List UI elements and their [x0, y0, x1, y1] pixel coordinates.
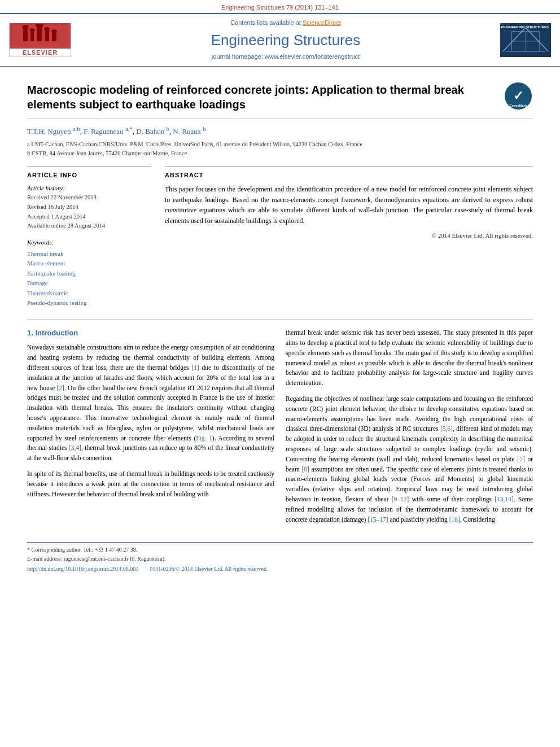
issn-text: 0141-0296/© 2014 Elsevier Ltd. All right… [150, 565, 268, 573]
homepage-link[interactable]: journal homepage: www.elsevier.com/locat… [71, 53, 500, 61]
eng-structures-logo-text: ENGINEERING STRUCTURES [501, 25, 549, 29]
citation-bar: Engineering Structures 79 (2014) 131–141 [0, 0, 560, 13]
keyword-5[interactable]: Thermodynamic [27, 289, 151, 299]
main-body: 1. Introduction Nowadays sustainable con… [27, 320, 533, 530]
body-col-right: thermal break under seismic risk has nev… [286, 328, 533, 530]
introduction-heading: 1. Introduction [27, 328, 274, 338]
crossmark-badge[interactable]: ✓ CrossMark [505, 82, 533, 111]
article-container: Macroscopic modeling of reinforced concr… [0, 67, 560, 542]
abstract-text: This paper focuses on the development an… [165, 184, 533, 226]
footnote-email: E-mail address: raguenea@lmt.ens-cachan.… [27, 555, 533, 563]
crossmark-icon: ✓ CrossMark [505, 82, 532, 110]
citation-text: Engineering Structures 79 (2014) 131–141 [221, 4, 339, 11]
keyword-2[interactable]: Macro-element [27, 259, 151, 269]
article-title: Macroscopic modeling of reinforced concr… [27, 82, 505, 112]
keyword-1[interactable]: Thermal break [27, 249, 151, 259]
abstract-label: ABSTRACT [165, 171, 533, 180]
svg-point-6 [29, 28, 35, 32]
authors: T.T.H. Nguyen a,b, F. Ragueneau a,*, D. … [27, 125, 533, 137]
revised-date: Revised 16 July 2014 [27, 203, 151, 212]
elsevier-logo-top [10, 23, 71, 49]
history-label: Article history: [27, 184, 151, 193]
accepted-date: Accepted 1 August 2014 [27, 213, 151, 221]
intro-paragraph-3: thermal break under seismic risk has nev… [286, 328, 533, 388]
keywords-label: Keywords: [27, 238, 151, 247]
journal-center: Contents lists available at ScienceDirec… [71, 19, 500, 61]
intro-paragraph-1: Nowadays sustainable constructions aim t… [27, 343, 274, 464]
footnote-corresponding-author: * Corresponding author. Tel.: +33 1 47 4… [27, 546, 533, 554]
keyword-6[interactable]: Pseudo-dynamic testing [27, 298, 151, 308]
available-date: Available online 28 August 2014 [27, 222, 151, 230]
keyword-4[interactable]: Damage [27, 278, 151, 289]
article-info-abstract: ARTICLE INFO Article history: Received 2… [27, 166, 533, 308]
svg-rect-3 [45, 29, 49, 41]
elsevier-name: ELSEVIER [23, 49, 58, 57]
sciencedirect-link[interactable]: Contents lists available at ScienceDirec… [71, 19, 500, 27]
svg-point-5 [22, 25, 29, 29]
eng-structures-logo: ENGINEERING STRUCTURES [500, 23, 551, 57]
article-info-label: ARTICLE INFO [27, 171, 151, 180]
affiliations: a LMT-Cachan, ENS-Cachan/CNRS/Univ. P&M.… [27, 140, 533, 158]
svg-text:✓: ✓ [513, 89, 523, 103]
svg-rect-2 [37, 25, 42, 41]
received-date: Received 22 November 2013 [27, 194, 151, 202]
abstract-col: ABSTRACT This paper focuses on the devel… [165, 166, 533, 308]
footer: * Corresponding author. Tel.: +33 1 47 4… [27, 542, 533, 576]
article-history: Article history: Received 22 November 20… [27, 184, 151, 230]
intro-paragraph-4: Regarding the objectives of nonlinear la… [286, 394, 533, 525]
intro-paragraph-2: In spite of its thermal benefits, use of… [27, 469, 274, 499]
journal-title: Engineering Structures [71, 30, 500, 50]
doi-link[interactable]: http://dx.doi.org/10.1016/j.engstruct.20… [27, 565, 138, 573]
abstract-copyright: © 2014 Elsevier Ltd. All rights reserved… [165, 231, 533, 240]
article-info-col: ARTICLE INFO Article history: Received 2… [27, 166, 151, 308]
elsevier-logo: ELSEVIER [9, 23, 71, 57]
affiliation-b: b CSTB, 84 Avenue Jean Jaurès, 77420 Cha… [27, 149, 533, 158]
affiliation-a: a LMT-Cachan, ENS-Cachan/CNRS/Univ. P&M.… [27, 140, 533, 149]
footer-links: http://dx.doi.org/10.1016/j.engstruct.20… [27, 565, 533, 573]
body-col-left: 1. Introduction Nowadays sustainable con… [27, 328, 274, 530]
keyword-3[interactable]: Earthquake loading [27, 269, 151, 279]
keywords-section: Keywords: Thermal break Macro-element Ea… [27, 238, 151, 308]
journal-header: ELSEVIER Contents lists available at Sci… [0, 13, 560, 66]
svg-text:CrossMark: CrossMark [509, 104, 527, 107]
svg-point-9 [51, 29, 57, 33]
article-title-section: Macroscopic modeling of reinforced concr… [27, 82, 533, 119]
svg-point-8 [44, 27, 50, 30]
